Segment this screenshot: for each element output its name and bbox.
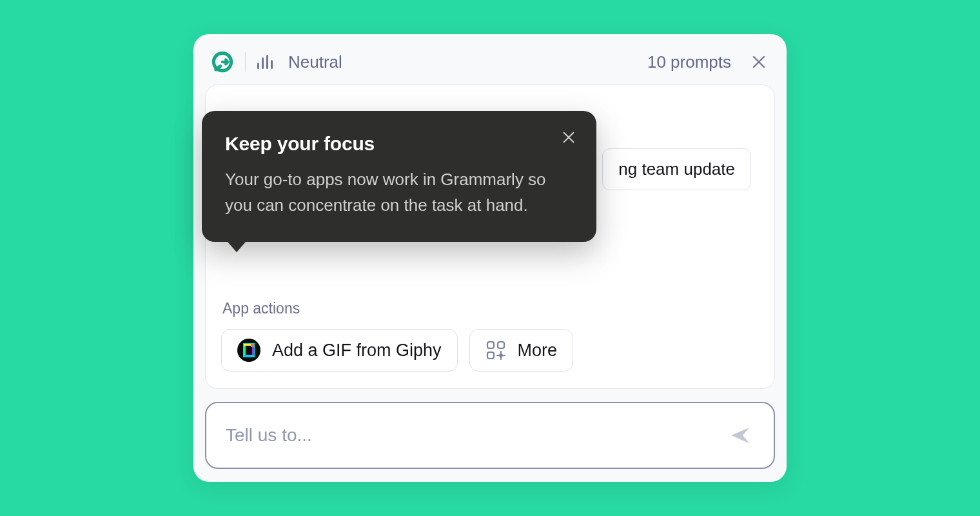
tooltip-title: Keep your focus [225, 133, 573, 155]
tooltip-body: Your go-to apps now work in Grammarly so… [225, 166, 573, 219]
giphy-action-button[interactable]: Add a GIF from Giphy [221, 329, 458, 372]
suggestion-chip[interactable]: ng team update [602, 148, 751, 190]
apps-grid-icon [485, 340, 506, 361]
assistant-panel: Neutral 10 prompts ng team update App ac… [193, 34, 787, 482]
prompt-input-row [205, 402, 775, 469]
suggestion-chip-label: ng team update [618, 159, 735, 179]
svg-rect-5 [244, 355, 254, 357]
svg-rect-9 [487, 352, 494, 359]
close-button[interactable] [749, 52, 769, 72]
more-actions-label: More [518, 341, 558, 361]
giphy-icon [237, 339, 260, 362]
send-button[interactable] [726, 421, 754, 450]
tone-bars-icon[interactable] [257, 55, 273, 69]
svg-rect-8 [498, 342, 504, 348]
svg-rect-7 [487, 342, 494, 348]
panel-header: Neutral 10 prompts [205, 46, 775, 84]
onboarding-tooltip: Keep your focus Your go-to apps now work… [202, 111, 596, 242]
app-actions-row: Add a GIF from Giphy More [221, 329, 759, 372]
divider [245, 52, 246, 72]
giphy-action-label: Add a GIF from Giphy [272, 341, 442, 361]
grammarly-logo-icon [211, 51, 233, 73]
prompt-input[interactable] [226, 425, 726, 446]
more-actions-button[interactable]: More [469, 329, 574, 372]
section-label: App actions [222, 300, 759, 317]
svg-rect-6 [251, 344, 254, 347]
prompts-count[interactable]: 10 prompts [647, 52, 731, 72]
tooltip-close-button[interactable] [559, 128, 578, 147]
tone-label[interactable]: Neutral [288, 52, 342, 72]
